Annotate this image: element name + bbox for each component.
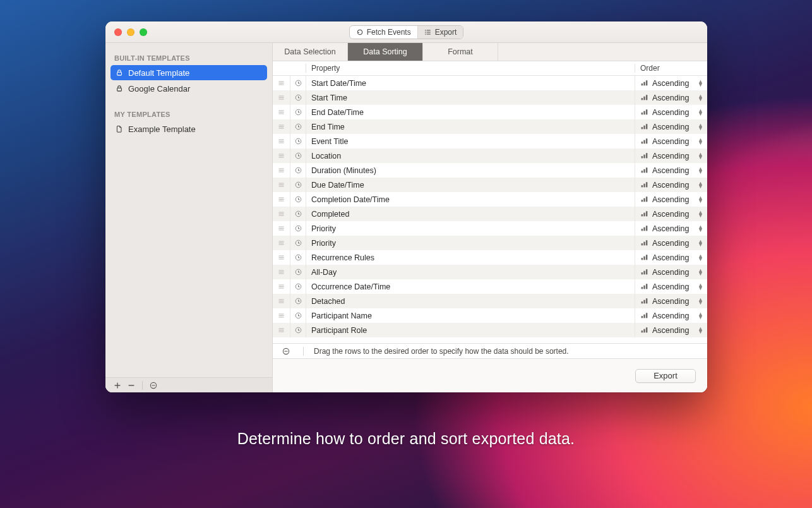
property-cell: Priority [306, 236, 635, 250]
export-button-label: Export [654, 371, 678, 380]
table-row[interactable]: PriorityAscending▲▼ [273, 221, 707, 236]
table-row[interactable]: Participant RoleAscending▲▼ [273, 323, 707, 337]
sidebar-item[interactable]: Google Calendar [110, 81, 267, 96]
header-property[interactable]: Property [306, 64, 635, 73]
table-row[interactable]: All-DayAscending▲▼ [273, 265, 707, 279]
table-row[interactable]: Occurrence Date/TimeAscending▲▼ [273, 279, 707, 294]
stepper-icon[interactable]: ▲▼ [698, 95, 703, 101]
drag-handle-icon[interactable] [273, 221, 290, 236]
order-cell[interactable]: Ascending▲▼ [635, 105, 707, 119]
stepper-icon[interactable]: ▲▼ [698, 124, 703, 130]
stepper-icon[interactable]: ▲▼ [698, 284, 703, 290]
property-cell: End Date/Time [306, 105, 635, 119]
template-action-button[interactable] [146, 378, 160, 392]
sidebar-item[interactable]: Example Template [110, 121, 267, 136]
drag-handle-icon[interactable] [273, 105, 290, 119]
drag-handle-icon[interactable] [273, 148, 290, 163]
stepper-icon[interactable]: ▲▼ [698, 182, 703, 188]
close-button[interactable] [114, 28, 122, 36]
drag-handle-icon[interactable] [273, 308, 290, 323]
drag-handle-icon[interactable] [273, 90, 290, 105]
drag-handle-icon[interactable] [273, 163, 290, 178]
order-cell[interactable]: Ascending▲▼ [635, 207, 707, 221]
table-row[interactable]: Completion Date/TimeAscending▲▼ [273, 192, 707, 207]
hint-bar: Drag the rows to the desired order to sp… [273, 343, 707, 358]
stepper-icon[interactable]: ▲▼ [698, 226, 703, 232]
stepper-icon[interactable]: ▲▼ [698, 313, 703, 319]
drag-handle-icon[interactable] [273, 294, 290, 308]
table-row[interactable]: CompletedAscending▲▼ [273, 207, 707, 221]
table-row[interactable]: Start TimeAscending▲▼ [273, 90, 707, 105]
clock-icon [290, 265, 306, 279]
table-row[interactable]: Recurrence RulesAscending▲▼ [273, 250, 707, 265]
table-row[interactable]: LocationAscending▲▼ [273, 148, 707, 163]
stepper-icon[interactable]: ▲▼ [698, 197, 703, 203]
drag-handle-icon[interactable] [273, 279, 290, 294]
table-row[interactable]: Duration (Minutes)Ascending▲▼ [273, 163, 707, 178]
order-cell[interactable]: Ascending▲▼ [635, 221, 707, 236]
stepper-icon[interactable]: ▲▼ [698, 327, 703, 334]
order-cell[interactable]: Ascending▲▼ [635, 265, 707, 279]
window-controls [114, 28, 147, 36]
zoom-button[interactable] [140, 28, 147, 36]
header-order[interactable]: Order [635, 64, 707, 73]
table-row[interactable]: Participant NameAscending▲▼ [273, 308, 707, 323]
sidebar-item[interactable]: Default Template [110, 65, 267, 80]
order-cell[interactable]: Ascending▲▼ [635, 90, 707, 105]
table-row[interactable]: End TimeAscending▲▼ [273, 119, 707, 134]
stepper-icon[interactable]: ▲▼ [698, 109, 703, 116]
drag-handle-icon[interactable] [273, 323, 290, 337]
table-row[interactable]: DetachedAscending▲▼ [273, 294, 707, 308]
drag-handle-icon[interactable] [273, 236, 290, 250]
app-window: Fetch Events Export BUILT-IN TEMPLATESDe… [105, 21, 707, 392]
drag-handle-icon[interactable] [273, 119, 290, 134]
order-cell[interactable]: Ascending▲▼ [635, 323, 707, 337]
drag-handle-icon[interactable] [273, 134, 290, 148]
order-cell[interactable]: Ascending▲▼ [635, 279, 707, 294]
toolbar-segmented-control: Fetch Events Export [349, 25, 464, 39]
stepper-icon[interactable]: ▲▼ [698, 240, 703, 246]
export-button[interactable]: Export [635, 369, 696, 383]
remove-template-button[interactable] [124, 378, 138, 392]
order-cell[interactable]: Ascending▲▼ [635, 250, 707, 265]
drag-handle-icon[interactable] [273, 76, 290, 90]
table-row[interactable]: End Date/TimeAscending▲▼ [273, 105, 707, 119]
drag-handle-icon[interactable] [273, 178, 290, 192]
stepper-icon[interactable]: ▲▼ [698, 138, 703, 145]
export-toolbar-button[interactable]: Export [417, 26, 463, 39]
order-cell[interactable]: Ascending▲▼ [635, 76, 707, 90]
property-cell: Participant Role [306, 323, 635, 337]
add-template-button[interactable] [110, 378, 124, 392]
table-row[interactable]: Due Date/TimeAscending▲▼ [273, 178, 707, 192]
fetch-events-button[interactable]: Fetch Events [350, 26, 417, 39]
drag-handle-icon[interactable] [273, 192, 290, 207]
order-cell[interactable]: Ascending▲▼ [635, 192, 707, 207]
stepper-icon[interactable]: ▲▼ [698, 211, 703, 217]
minimize-button[interactable] [127, 28, 134, 36]
stepper-icon[interactable]: ▲▼ [698, 153, 703, 159]
hint-action-button[interactable] [279, 344, 293, 358]
tab[interactable]: Data Sorting [348, 43, 423, 61]
order-cell[interactable]: Ascending▲▼ [635, 236, 707, 250]
table-row[interactable]: PriorityAscending▲▼ [273, 236, 707, 250]
drag-handle-icon[interactable] [273, 250, 290, 265]
order-cell[interactable]: Ascending▲▼ [635, 148, 707, 163]
table-row[interactable]: Start Date/TimeAscending▲▼ [273, 76, 707, 90]
tab[interactable]: Data Selection [273, 43, 348, 61]
order-cell[interactable]: Ascending▲▼ [635, 119, 707, 134]
order-cell[interactable]: Ascending▲▼ [635, 178, 707, 192]
property-cell: Participant Name [306, 308, 635, 323]
order-cell[interactable]: Ascending▲▼ [635, 163, 707, 178]
stepper-icon[interactable]: ▲▼ [698, 80, 703, 87]
stepper-icon[interactable]: ▲▼ [698, 298, 703, 305]
tab[interactable]: Format [423, 43, 498, 61]
stepper-icon[interactable]: ▲▼ [698, 167, 703, 174]
drag-handle-icon[interactable] [273, 265, 290, 279]
stepper-icon[interactable]: ▲▼ [698, 269, 703, 275]
order-cell[interactable]: Ascending▲▼ [635, 134, 707, 148]
order-cell[interactable]: Ascending▲▼ [635, 294, 707, 308]
table-row[interactable]: Event TitleAscending▲▼ [273, 134, 707, 148]
drag-handle-icon[interactable] [273, 207, 290, 221]
order-cell[interactable]: Ascending▲▼ [635, 308, 707, 323]
stepper-icon[interactable]: ▲▼ [698, 255, 703, 261]
